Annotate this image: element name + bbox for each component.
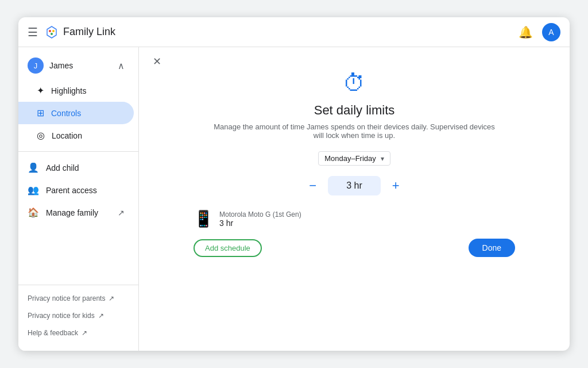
sidebar-manage-family-label: Manage family [46, 208, 98, 217]
highlights-icon: ✦ [37, 85, 44, 96]
day-selector-chevron-icon: ▾ [381, 155, 384, 163]
sidebar-item-location-label: Location [52, 131, 82, 140]
app-window: ☰ Family Link 🔔 A J James ∧ [18, 17, 570, 351]
page-title: Set daily limits [314, 103, 395, 118]
sidebar-item-controls-label: Controls [51, 109, 81, 118]
device-row: 📱 Motorola Moto G (1st Gen) 3 hr [194, 209, 515, 228]
location-icon: ◎ [37, 130, 45, 141]
svg-marker-0 [47, 26, 56, 38]
add-child-icon: 👤 [28, 162, 39, 173]
close-button[interactable]: ✕ [153, 56, 161, 67]
header-logo: Family Link [45, 25, 115, 39]
privacy-parents-label: Privacy notice for parents [28, 294, 105, 302]
device-info: Motorola Moto G (1st Gen) 3 hr [219, 210, 301, 228]
privacy-kids-label: Privacy notice for kids [28, 312, 95, 320]
sidebar-help-feedback[interactable]: Help & feedback ↗ [18, 324, 138, 342]
sidebar-privacy-kids[interactable]: Privacy notice for kids ↗ [18, 307, 138, 324]
controls-icon: ⊞ [37, 108, 44, 118]
buttons-row: Add schedule Done [194, 239, 515, 257]
app-title: Family Link [63, 26, 115, 38]
sidebar-user-avatar: J [28, 57, 44, 74]
sidebar-item-manage-family[interactable]: 🏠 Manage family ↗ [18, 201, 134, 224]
time-decrease-button[interactable]: − [307, 177, 319, 194]
time-display: 3 hr [328, 176, 381, 195]
manage-family-ext-icon: ↗ [118, 208, 125, 217]
sidebar-chevron-icon: ∧ [118, 60, 125, 71]
svg-point-1 [49, 30, 51, 32]
sidebar-divider [18, 151, 138, 152]
day-selector-label: Monday–Friday [324, 154, 376, 163]
device-name: Motorola Moto G (1st Gen) [219, 210, 301, 218]
sidebar-parent-access-label: Parent access [46, 186, 97, 195]
header: ☰ Family Link 🔔 A [18, 17, 570, 47]
sidebar-item-location[interactable]: ◎ Location [18, 124, 134, 147]
sidebar-footer: Privacy notice for parents ↗ Privacy not… [18, 285, 138, 346]
user-avatar[interactable]: A [542, 23, 560, 41]
privacy-kids-ext-icon: ↗ [98, 312, 104, 320]
page-description: Manage the amount of time James spends o… [211, 122, 498, 140]
content-center: ⏱ Set daily limits Manage the amount of … [162, 61, 547, 257]
body: J James ∧ ✦ Highlights ⊞ Controls ◎ Loca… [18, 47, 570, 351]
main-content: ✕ ⏱ Set daily limits Manage the amount o… [139, 47, 570, 351]
add-schedule-button[interactable]: Add schedule [194, 239, 262, 257]
sidebar-item-parent-access[interactable]: 👥 Parent access [18, 179, 134, 201]
time-increase-button[interactable]: + [390, 177, 402, 194]
sidebar-item-controls[interactable]: ⊞ Controls [18, 102, 134, 124]
device-time: 3 hr [219, 218, 301, 228]
sidebar-section: J James ∧ ✦ Highlights ⊞ Controls ◎ Loca… [18, 52, 138, 285]
sidebar-user[interactable]: J James ∧ [18, 52, 134, 79]
sidebar-item-highlights-label: Highlights [51, 86, 86, 95]
help-feedback-label: Help & feedback [28, 329, 78, 337]
sidebar-add-child-label: Add child [46, 163, 79, 172]
family-link-logo [45, 25, 59, 39]
svg-point-3 [51, 33, 53, 35]
day-selector[interactable]: Monday–Friday ▾ [318, 151, 390, 166]
sidebar-user-name: James [49, 61, 118, 70]
svg-point-2 [52, 30, 55, 32]
notification-bell-icon[interactable]: 🔔 [519, 25, 533, 39]
sidebar: J James ∧ ✦ Highlights ⊞ Controls ◎ Loca… [18, 47, 139, 351]
time-control: − 3 hr + [307, 176, 401, 195]
sidebar-item-add-child[interactable]: 👤 Add child [18, 156, 134, 179]
device-icon: 📱 [194, 209, 214, 228]
help-feedback-ext-icon: ↗ [82, 329, 87, 337]
privacy-parents-ext-icon: ↗ [109, 294, 114, 302]
sidebar-item-highlights[interactable]: ✦ Highlights [18, 79, 134, 102]
sidebar-privacy-parents[interactable]: Privacy notice for parents ↗ [18, 290, 138, 307]
menu-icon[interactable]: ☰ [28, 25, 38, 39]
done-button[interactable]: Done [469, 239, 515, 257]
timer-icon: ⏱ [343, 70, 366, 96]
parent-access-icon: 👥 [28, 185, 39, 195]
manage-family-icon: 🏠 [28, 207, 39, 218]
